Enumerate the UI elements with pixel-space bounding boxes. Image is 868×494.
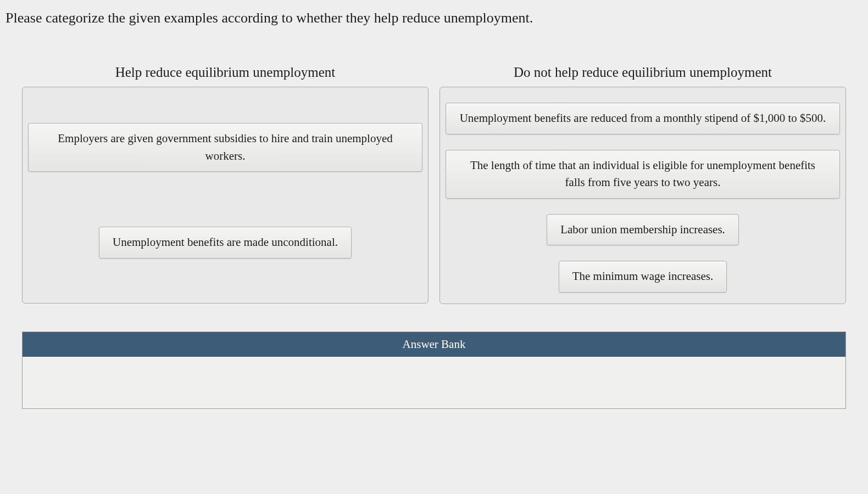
category-left-column: Help reduce equilibrium unemployment Emp… <box>22 65 429 304</box>
answer-item[interactable]: The length of time that an individual is… <box>446 150 840 199</box>
answer-item[interactable]: Unemployment benefits are reduced from a… <box>446 103 840 134</box>
answer-item[interactable]: Employers are given government subsidies… <box>28 123 422 172</box>
category-left-header: Help reduce equilibrium unemployment <box>22 65 429 87</box>
question-prompt: Please categorize the given examples acc… <box>0 0 868 32</box>
drop-zone-right[interactable]: Unemployment benefits are reduced from a… <box>439 87 846 304</box>
answer-bank-header: Answer Bank <box>22 332 846 357</box>
answer-item[interactable]: Unemployment benefits are made unconditi… <box>99 227 352 259</box>
categories-container: Help reduce equilibrium unemployment Emp… <box>0 32 868 315</box>
answer-item[interactable]: Labor union membership increases. <box>547 214 739 246</box>
category-right-column: Do not help reduce equilibrium unemploym… <box>439 65 846 304</box>
answer-bank-body[interactable] <box>22 357 846 409</box>
category-right-header: Do not help reduce equilibrium unemploym… <box>439 65 846 87</box>
answer-bank-container: Answer Bank <box>0 315 868 409</box>
drop-zone-left[interactable]: Employers are given government subsidies… <box>22 87 429 304</box>
answer-item[interactable]: The minimum wage increases. <box>559 261 727 293</box>
